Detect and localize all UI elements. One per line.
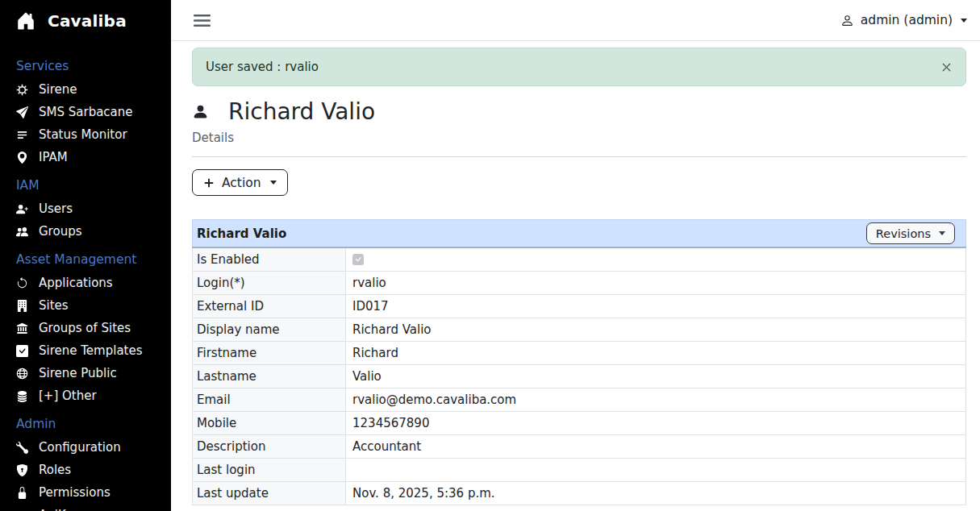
- page-content: User saved : rvalio Richard Valio Detail…: [171, 41, 980, 505]
- user-detail-table: Richard Valio Revisions Is Enabled Login…: [192, 219, 966, 505]
- sidebar-section-title-admin: Admin: [16, 416, 165, 433]
- sidebar-section: Admin Configuration Roles Permissions Ap…: [16, 416, 165, 511]
- sidebar-item-sirene[interactable]: Sirene: [16, 78, 165, 101]
- sidebar-item-sms-sarbacane[interactable]: SMS Sarbacane: [16, 101, 165, 123]
- sidebar: Cavaliba Services Sirene SMS Sarbacane S…: [0, 0, 171, 511]
- sidebar-item-users[interactable]: Users: [16, 197, 165, 220]
- field-label: Last login: [193, 459, 346, 482]
- sidebar-section-title-asset-management: Asset Management: [16, 251, 165, 268]
- success-alert: User saved : rvalio: [192, 48, 966, 86]
- house-icon: [16, 11, 35, 31]
- sidebar-item-label: Roles: [39, 463, 71, 477]
- people-icon: [16, 226, 28, 238]
- action-button[interactable]: Action: [192, 169, 288, 196]
- table-row: External ID ID017: [193, 295, 966, 318]
- chevron-down-icon: [270, 181, 277, 185]
- sidebar-item-configuration[interactable]: Configuration: [16, 436, 165, 459]
- sidebar-item-sites[interactable]: Sites: [16, 294, 165, 317]
- sidebar-item-sirene-templates[interactable]: Sirene Templates: [16, 339, 165, 362]
- field-value: [346, 459, 966, 482]
- chevron-down-icon: [961, 19, 967, 23]
- action-button-label: Action: [222, 176, 261, 190]
- brand[interactable]: Cavaliba: [16, 11, 165, 31]
- building-icon: [16, 300, 28, 312]
- user-menu-label: admin (admin): [861, 13, 953, 27]
- table-row: Last update Nov. 8, 2025, 5:36 p.m.: [193, 482, 966, 505]
- field-value: Richard Valio: [346, 318, 966, 342]
- page-title-row: Richard Valio: [192, 98, 966, 125]
- lock-icon: [16, 487, 28, 499]
- sidebar-item-label: Groups: [39, 224, 81, 239]
- field-label: External ID: [193, 295, 346, 318]
- main-area: admin (admin) User saved : rvalio Richar…: [171, 0, 980, 511]
- sidebar-item-groups[interactable]: Groups: [16, 220, 165, 243]
- hamburger-icon[interactable]: [192, 10, 212, 31]
- revisions-button[interactable]: Revisions: [866, 222, 955, 244]
- sidebar-item-label: Users: [39, 201, 73, 216]
- sidebar-section: IAM Users Groups: [16, 177, 165, 243]
- sidebar-item-sirene-public[interactable]: Sirene Public: [16, 362, 165, 384]
- sidebar-item-other[interactable]: [+] Other: [16, 384, 165, 407]
- revisions-button-label: Revisions: [876, 227, 931, 240]
- sidebar-item-ipam[interactable]: IPAM: [16, 146, 165, 168]
- brand-name: Cavaliba: [48, 11, 127, 31]
- sidebar-item-label: Sirene: [39, 82, 77, 97]
- sidebar-item-groups-of-sites[interactable]: Groups of Sites: [16, 317, 165, 339]
- table-header-title: Richard Valio: [197, 226, 286, 241]
- alert-message: User saved : rvalio: [206, 60, 319, 74]
- sidebar-section: Asset Management Applications Sites Grou…: [16, 251, 165, 407]
- send-icon: [16, 106, 28, 118]
- topbar: admin (admin): [171, 0, 980, 41]
- sidebar-item-permissions[interactable]: Permissions: [16, 481, 165, 504]
- chevron-down-icon: [939, 231, 945, 235]
- table-row: Firstname Richard: [193, 342, 966, 365]
- field-value: Nov. 8, 2025, 5:36 p.m.: [346, 482, 966, 505]
- field-value: rvalio@demo.cavaliba.com: [346, 388, 966, 412]
- sidebar-item-status-monitor[interactable]: Status Monitor: [16, 123, 165, 146]
- sidebar-section-title-services: Services: [16, 58, 165, 75]
- close-icon[interactable]: [939, 60, 954, 75]
- field-label: Login(*): [193, 272, 346, 295]
- bank-icon: [16, 322, 28, 334]
- table-row: Email rvalio@demo.cavaliba.com: [193, 388, 966, 412]
- sidebar-section: Services Sirene SMS Sarbacane Status Mon…: [16, 58, 165, 168]
- field-label: Display name: [193, 318, 346, 342]
- user-menu[interactable]: admin (admin): [840, 13, 967, 27]
- sidebar-item-roles[interactable]: Roles: [16, 459, 165, 481]
- table-row: Lastname Valio: [193, 365, 966, 388]
- field-label: Last update: [193, 482, 346, 505]
- page-subtitle: Details: [192, 131, 966, 145]
- field-label: Description: [193, 435, 346, 459]
- sidebar-item-label: Sites: [39, 298, 69, 313]
- table-row: Display name Richard Valio: [193, 318, 966, 342]
- field-value: 1234567890: [346, 412, 966, 435]
- field-value: [346, 247, 966, 272]
- shield-lock-icon: [16, 464, 28, 476]
- sidebar-item-label: Configuration: [39, 440, 121, 455]
- sidebar-nav: Services Sirene SMS Sarbacane Status Mon…: [16, 58, 165, 511]
- sidebar-item-apikey[interactable]: ApiKey: [16, 504, 165, 511]
- sidebar-item-label: Applications: [39, 276, 113, 290]
- field-value: ID017: [346, 295, 966, 318]
- field-label: Email: [193, 388, 346, 412]
- gear-icon: [16, 84, 28, 96]
- field-value: Richard: [346, 342, 966, 365]
- sidebar-item-label: Groups of Sites: [39, 321, 131, 335]
- sidebar-item-label: IPAM: [39, 150, 68, 164]
- field-value: Accountant: [346, 435, 966, 459]
- database-icon: [16, 390, 28, 402]
- list-icon: [16, 129, 28, 141]
- field-value: rvalio: [346, 272, 966, 295]
- person-icon: [840, 14, 854, 27]
- plus-icon: [203, 177, 215, 189]
- is-enabled-checkbox: [352, 254, 364, 265]
- geo-pin-icon: [16, 152, 28, 164]
- person-plus-icon: [16, 203, 28, 215]
- person-icon: [192, 103, 209, 120]
- field-label: Lastname: [193, 365, 346, 388]
- table-row: Is Enabled: [193, 247, 966, 272]
- field-label: Is Enabled: [193, 247, 346, 272]
- sidebar-item-applications[interactable]: Applications: [16, 272, 165, 294]
- divider: [192, 156, 966, 157]
- sidebar-item-label: ApiKey: [39, 508, 80, 511]
